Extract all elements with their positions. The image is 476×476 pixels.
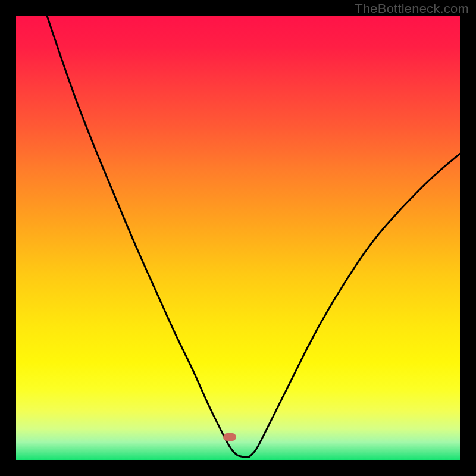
minimum-marker — [223, 433, 236, 441]
plot-area — [16, 16, 460, 460]
bottleneck-curve — [16, 16, 460, 460]
chart-frame: TheBottleneck.com — [0, 0, 476, 476]
watermark-text: TheBottleneck.com — [355, 1, 469, 17]
